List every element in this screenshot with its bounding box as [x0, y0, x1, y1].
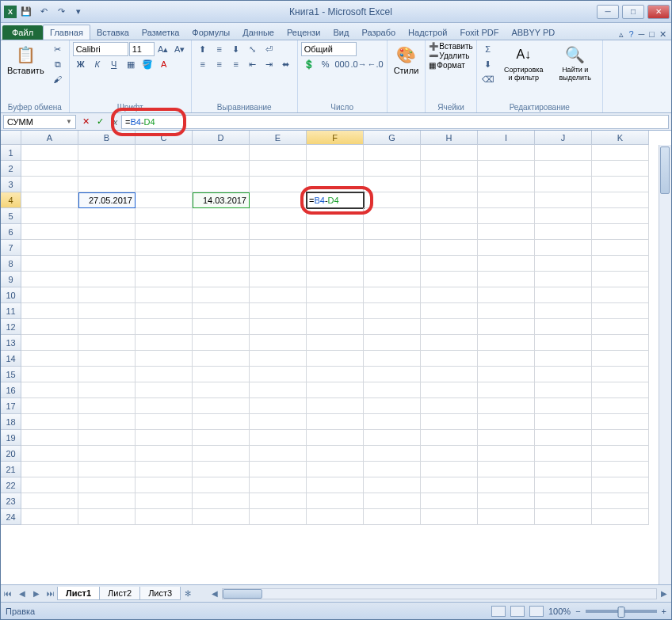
row-header[interactable]: 16: [1, 382, 21, 398]
cell-K24[interactable]: [592, 509, 649, 525]
cell-H17[interactable]: [421, 398, 478, 414]
cell-D1[interactable]: [193, 145, 250, 161]
cell-D9[interactable]: [193, 272, 250, 287]
cell-F16[interactable]: [307, 382, 364, 398]
cell-G14[interactable]: [364, 351, 421, 367]
cell-B4[interactable]: 27.05.2017: [78, 192, 136, 208]
vertical-scrollbar[interactable]: [659, 145, 671, 584]
cell-E17[interactable]: [250, 398, 307, 414]
cell-A4[interactable]: [21, 192, 78, 208]
cell-E1[interactable]: [250, 145, 307, 161]
cell-A16[interactable]: [21, 382, 78, 398]
tab-addins[interactable]: Надстрой: [402, 25, 453, 40]
cell-C19[interactable]: [136, 430, 193, 446]
row-header[interactable]: 17: [1, 398, 21, 414]
cell-J1[interactable]: [535, 145, 592, 161]
cell-F21[interactable]: [307, 462, 364, 477]
cell-K1[interactable]: [592, 145, 649, 161]
cell-I14[interactable]: [478, 351, 535, 367]
cell-F13[interactable]: [307, 335, 364, 351]
help-icon[interactable]: ?: [628, 29, 633, 40]
doc-restore-icon[interactable]: □: [649, 29, 655, 40]
cell-C23[interactable]: [136, 493, 193, 509]
cell-K6[interactable]: [592, 224, 649, 240]
cell-B20[interactable]: [78, 446, 136, 462]
tab-review[interactable]: Рецензи: [281, 25, 327, 40]
cell-J16[interactable]: [535, 382, 592, 398]
row-header[interactable]: 15: [1, 367, 21, 382]
minimize-button[interactable]: ─: [597, 5, 619, 19]
cell-D24[interactable]: [193, 509, 250, 525]
cell-C6[interactable]: [136, 224, 193, 240]
cell-F4[interactable]: =B4-D4: [307, 192, 364, 208]
cell-F1[interactable]: [307, 145, 364, 161]
close-button[interactable]: ✕: [647, 5, 670, 19]
cell-J17[interactable]: [535, 398, 592, 414]
cell-A1[interactable]: [21, 145, 78, 161]
cell-J19[interactable]: [535, 430, 592, 446]
cell-K21[interactable]: [592, 462, 649, 477]
cell-J10[interactable]: [535, 287, 592, 303]
bold-icon[interactable]: Ж: [73, 57, 89, 71]
cell-G24[interactable]: [364, 509, 421, 525]
cell-J9[interactable]: [535, 272, 592, 287]
cell-C18[interactable]: [136, 414, 193, 430]
cell-H20[interactable]: [421, 446, 478, 462]
cell-K17[interactable]: [592, 398, 649, 414]
cell-D7[interactable]: [193, 240, 250, 256]
cell-E8[interactable]: [250, 256, 307, 272]
cell-A11[interactable]: [21, 303, 78, 319]
zoom-slider[interactable]: [586, 610, 657, 613]
row-header[interactable]: 22: [1, 477, 21, 493]
cell-I5[interactable]: [478, 208, 535, 224]
cell-G22[interactable]: [364, 477, 421, 493]
cell-G20[interactable]: [364, 446, 421, 462]
cell-F23[interactable]: [307, 493, 364, 509]
align-middle-icon[interactable]: ≡: [212, 42, 227, 56]
cell-I4[interactable]: [478, 192, 535, 208]
cell-D17[interactable]: [193, 398, 250, 414]
cell-I10[interactable]: [478, 287, 535, 303]
cell-I3[interactable]: [478, 177, 535, 192]
cell-E3[interactable]: [250, 177, 307, 192]
cell-H14[interactable]: [421, 351, 478, 367]
row-header[interactable]: 12: [1, 319, 21, 335]
cell-C15[interactable]: [136, 367, 193, 382]
cell-E10[interactable]: [250, 287, 307, 303]
cell-K16[interactable]: [592, 382, 649, 398]
currency-icon[interactable]: 💲: [301, 57, 317, 71]
cell-C17[interactable]: [136, 398, 193, 414]
row-header[interactable]: 10: [1, 287, 21, 303]
cell-E4[interactable]: [250, 192, 307, 208]
page-layout-view-icon[interactable]: [510, 606, 525, 617]
row-header[interactable]: 1: [1, 145, 21, 161]
cell-F10[interactable]: [307, 287, 364, 303]
percent-icon[interactable]: %: [318, 57, 334, 71]
cell-J20[interactable]: [535, 446, 592, 462]
cell-I21[interactable]: [478, 462, 535, 477]
cell-K8[interactable]: [592, 256, 649, 272]
cell-G12[interactable]: [364, 319, 421, 335]
cell-K2[interactable]: [592, 161, 649, 177]
row-header[interactable]: 11: [1, 303, 21, 319]
align-right-icon[interactable]: ≡: [228, 57, 244, 71]
row-header[interactable]: 21: [1, 462, 21, 477]
cell-F2[interactable]: [307, 161, 364, 177]
cell-A6[interactable]: [21, 224, 78, 240]
cell-C8[interactable]: [136, 256, 193, 272]
cell-G21[interactable]: [364, 462, 421, 477]
tab-home[interactable]: Главная: [43, 25, 90, 40]
doc-close-icon[interactable]: ✕: [659, 29, 666, 40]
cell-A17[interactable]: [21, 398, 78, 414]
cell-E22[interactable]: [250, 477, 307, 493]
cell-D14[interactable]: [193, 351, 250, 367]
cell-F3[interactable]: [307, 177, 364, 192]
find-select-button[interactable]: 🔍 Найти и выделить: [552, 42, 599, 83]
cell-H8[interactable]: [421, 256, 478, 272]
decrease-indent-icon[interactable]: ⇤: [245, 57, 261, 71]
orientation-icon[interactable]: ⤡: [245, 42, 261, 56]
cell-H2[interactable]: [421, 161, 478, 177]
cell-B14[interactable]: [78, 351, 136, 367]
cell-G17[interactable]: [364, 398, 421, 414]
zoom-out-icon[interactable]: −: [575, 607, 580, 616]
